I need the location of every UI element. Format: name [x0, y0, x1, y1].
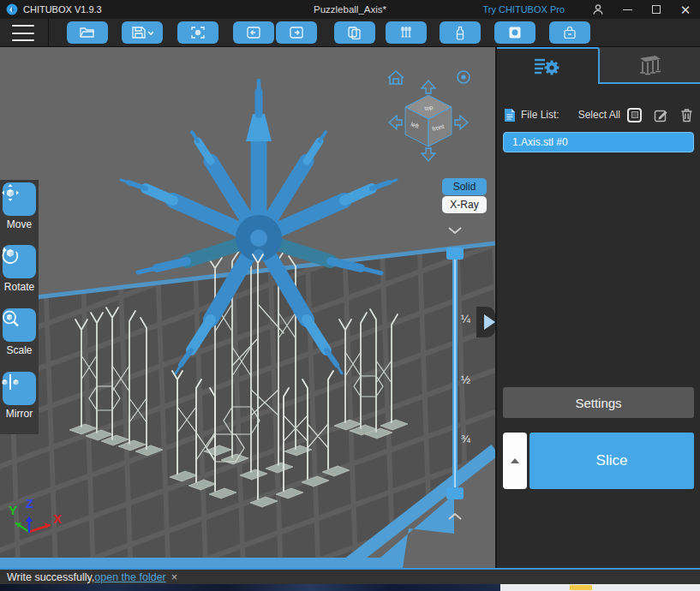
slider-handle-bottom[interactable] — [446, 487, 464, 499]
tool-scale[interactable]: Scale — [0, 308, 39, 356]
account-button[interactable] — [583, 0, 613, 19]
support-tab-icon — [637, 54, 662, 76]
move-icon — [0, 182, 21, 203]
tab-settings[interactable] — [497, 47, 600, 84]
scale-icon — [0, 308, 21, 329]
toolbar-separator — [48, 19, 49, 47]
close-button[interactable]: ✕ — [671, 0, 700, 19]
delete-button[interactable] — [680, 108, 693, 122]
trash-icon — [680, 108, 693, 122]
resin-bottle-icon — [455, 26, 465, 40]
minimize-button[interactable] — [613, 0, 642, 19]
copy-icon — [347, 26, 362, 39]
tool-move[interactable]: Move — [0, 182, 39, 230]
settings-button[interactable]: Settings — [503, 387, 694, 418]
open-file-button[interactable] — [67, 21, 108, 44]
auto-layout-button[interactable] — [177, 21, 218, 44]
punch-hole-icon — [563, 26, 577, 39]
status-close-icon[interactable]: × — [171, 570, 178, 583]
settings-tab-icon — [533, 56, 562, 78]
auto-layout-icon — [190, 26, 206, 39]
tab-support[interactable] — [600, 47, 700, 84]
tool-rotate[interactable]: Rotate — [0, 245, 39, 293]
scene: top left front — [0, 47, 495, 568]
file-list-item[interactable]: 1.Axis.stl #0 — [503, 132, 694, 152]
rename-button[interactable] — [654, 108, 668, 122]
hollow-icon — [508, 26, 522, 39]
slice-button[interactable]: Slice — [529, 433, 694, 489]
file-name: 1.Axis.stl #0 — [512, 136, 568, 148]
background-window-dark — [0, 584, 501, 591]
tool-mirror[interactable]: Mirror — [0, 372, 39, 420]
copy-button[interactable] — [334, 21, 375, 44]
minimize-icon — [623, 9, 632, 10]
resin-profile-button[interactable] — [440, 21, 481, 44]
edit-icon — [654, 108, 668, 122]
hollow-button[interactable] — [494, 21, 535, 44]
person-icon — [592, 3, 604, 15]
slider-handle-top[interactable] — [446, 248, 464, 260]
axis-x-label: X — [53, 511, 62, 526]
app-title: CHITUBOX V1.9.3 — [23, 4, 102, 15]
undo-button[interactable] — [233, 21, 274, 44]
app-logo-icon — [6, 3, 18, 15]
tool-rotate-label: Rotate — [0, 281, 39, 293]
status-bar: Write successfully, open the folder × — [0, 570, 700, 584]
slice-button-group: Slice — [503, 433, 694, 489]
main-area: top left front — [0, 47, 700, 568]
background-window-light — [501, 584, 700, 591]
open-folder-icon — [79, 26, 96, 39]
toolbar — [0, 19, 700, 47]
redo-icon — [289, 26, 304, 39]
menu-button[interactable] — [12, 25, 34, 41]
viewport-3d[interactable]: top left front — [0, 47, 495, 568]
tool-mirror-label: Mirror — [0, 408, 39, 420]
add-support-button[interactable] — [386, 21, 427, 44]
tool-move-label: Move — [0, 218, 39, 230]
support-icon — [398, 26, 414, 39]
panel-tabs — [497, 47, 700, 84]
folder-icon — [570, 585, 592, 590]
select-all-label: Select All — [578, 109, 620, 121]
plate-front-edge — [0, 558, 403, 568]
slice-expand-button[interactable] — [503, 433, 527, 489]
fraction-quarter: ¼ — [461, 313, 470, 325]
tools-panel: Move Rotate — [0, 180, 39, 434]
open-folder-link[interactable]: open the folder — [94, 571, 165, 583]
undo-icon — [246, 26, 261, 39]
rotate-icon — [0, 245, 21, 266]
file-list-label: File List: — [521, 109, 559, 121]
desktop-sliver — [0, 584, 700, 591]
save-button[interactable] — [122, 21, 163, 44]
punch-hole-button[interactable] — [549, 21, 590, 44]
status-message: Write successfully, — [7, 571, 94, 583]
maximize-icon — [652, 5, 661, 14]
checkbox-mark — [631, 111, 638, 118]
chevron-up-icon — [511, 458, 519, 463]
tool-scale-label: Scale — [0, 344, 39, 356]
axis-z-label: Z — [26, 496, 33, 510]
render-mode-toggle: Solid X-Ray — [442, 178, 487, 214]
redo-button[interactable] — [276, 21, 317, 44]
close-icon: ✕ — [680, 3, 691, 16]
save-icon — [131, 26, 153, 39]
axis-y-label: Y — [9, 503, 17, 517]
title-bar: CHITUBOX V1.9.3 Puzzleball_Axis* Try CHI… — [0, 0, 700, 19]
mirror-icon — [0, 372, 21, 392]
chitubox-window: CHITUBOX V1.9.3 Puzzleball_Axis* Try CHI… — [0, 0, 700, 591]
fraction-three-quarter: ¾ — [461, 433, 470, 445]
maximize-button[interactable] — [642, 0, 671, 19]
fraction-half: ½ — [461, 373, 470, 386]
file-list-header: File List: Select All — [504, 105, 693, 124]
select-all-checkbox[interactable] — [627, 108, 642, 122]
solid-mode-button[interactable]: Solid — [442, 178, 487, 195]
try-pro-link[interactable]: Try CHITUBOX Pro — [482, 4, 565, 15]
right-panel: File List: Select All — [495, 47, 700, 568]
xray-mode-button[interactable]: X-Ray — [442, 196, 487, 213]
file-list-icon — [504, 108, 516, 122]
